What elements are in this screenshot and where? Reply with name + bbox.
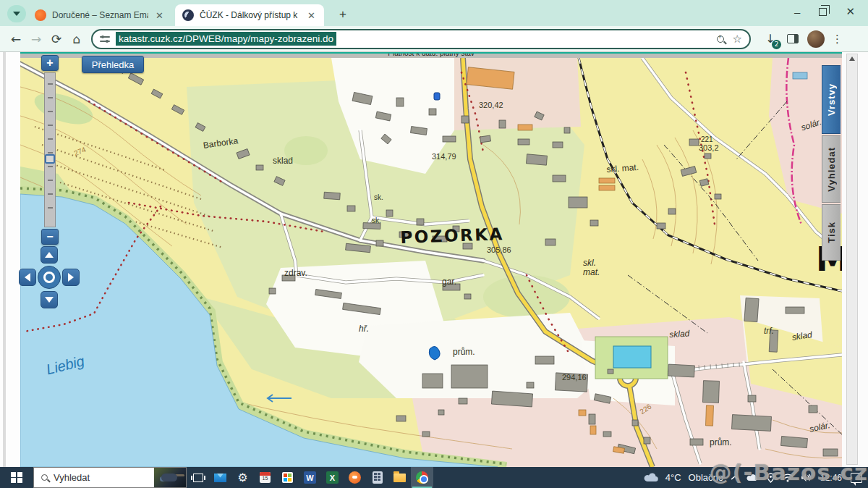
forward-button[interactable]: →: [26, 29, 46, 49]
arrow-up-icon: [45, 252, 54, 258]
chrome-button[interactable]: [411, 467, 433, 488]
task-view-button[interactable]: [187, 467, 209, 488]
chevron-down-icon: [13, 12, 20, 16]
map-label: hř.: [359, 324, 369, 333]
map-canvas: [20, 58, 842, 467]
arrow-right-icon: [68, 273, 74, 282]
folder-icon: [393, 474, 406, 482]
scroll-up-icon[interactable]: [849, 56, 855, 61]
page-right-margin: [842, 52, 868, 467]
browser-toolbar: ← → ⟳ ⌂ katastr.cuzk.cz/DPWEB/mapy/mapy-…: [0, 26, 868, 52]
windows-logo-icon: [11, 472, 22, 484]
mail-icon: [214, 474, 226, 482]
cuzk-favicon-icon: [182, 9, 194, 21]
mail-button[interactable]: [209, 467, 231, 488]
excel-button[interactable]: X: [321, 467, 344, 488]
calendar-button[interactable]: [254, 467, 276, 488]
map-label: sk.: [372, 217, 381, 224]
zoom-in-button[interactable]: +: [41, 55, 59, 71]
weather-temp[interactable]: 4°C: [665, 472, 681, 483]
gear-icon: ⚙: [237, 471, 247, 484]
task-view-icon: [193, 474, 203, 482]
downloads-button[interactable]: ↓2: [761, 30, 780, 49]
restore-button[interactable]: [819, 8, 827, 16]
file-explorer-button[interactable]: [388, 467, 411, 488]
map-label: sklad: [669, 329, 690, 339]
zoom-handle[interactable]: [45, 154, 55, 164]
tab-vyhledat[interactable]: Vyhledat: [822, 135, 841, 203]
calendar-icon: [260, 472, 271, 483]
taskbar-icons: ⚙ W X: [187, 467, 433, 488]
minimize-button[interactable]: –: [794, 6, 800, 18]
map-label: 320,42: [479, 101, 503, 109]
profile-avatar[interactable]: [807, 30, 825, 48]
tab-close-icon[interactable]: ✕: [306, 10, 317, 21]
tab-cuzk[interactable]: ČÚZK - Dálkový přístup k údajů ✕: [175, 4, 324, 26]
pan-center-button[interactable]: [38, 266, 61, 289]
zoom-track[interactable]: [44, 72, 56, 227]
url-text[interactable]: katastr.cuzk.cz/DPWEB/mapy/mapy-zobrazen…: [116, 32, 336, 46]
screen: Doručené – Seznam Email ✕ ČÚZK - Dálkový…: [0, 0, 868, 488]
arrow-down-icon: [45, 297, 54, 303]
map-label: POZORKA: [400, 226, 504, 246]
vertical-scrollbar[interactable]: [846, 54, 858, 465]
reload-button[interactable]: ⟳: [46, 29, 67, 49]
office-button[interactable]: [276, 467, 299, 488]
pan-left-button[interactable]: [19, 269, 36, 286]
tab-search-button[interactable]: [7, 5, 26, 22]
watermark: @(-Bazos.cz: [709, 459, 868, 485]
word-icon: W: [304, 471, 316, 484]
pan-right-button[interactable]: [62, 269, 80, 286]
map-label: mat.: [583, 268, 600, 277]
map-label: skl.: [583, 258, 596, 267]
tab-title: ČÚZK - Dálkový přístup k údajů: [200, 10, 300, 20]
tab-close-icon[interactable]: ✕: [154, 10, 165, 21]
pan-compass[interactable]: [19, 246, 80, 308]
address-bar[interactable]: katastr.cuzk.cz/DPWEB/mapy/mapy-zobrazen…: [91, 29, 751, 49]
map-label: prům.: [710, 438, 732, 447]
zoom-out-button[interactable]: −: [41, 229, 59, 245]
zoom-page-icon[interactable]: [717, 35, 724, 43]
seznam-button[interactable]: [344, 467, 366, 488]
new-tab-button[interactable]: +: [334, 6, 352, 23]
pan-down-button[interactable]: [41, 291, 58, 308]
tab-seznam-email[interactable]: Doručené – Seznam Email ✕: [27, 4, 172, 26]
map-label: sklad: [791, 330, 812, 342]
window-controls: – ✕: [794, 0, 864, 23]
map-label: sklad: [273, 156, 293, 165]
settings-button[interactable]: ⚙: [231, 467, 254, 488]
side-panel-icon[interactable]: [787, 34, 799, 43]
cadastral-map[interactable]: POZORKALiebigBarborkaskladsk.sk.314,7932…: [20, 58, 842, 467]
excel-icon: X: [326, 471, 339, 484]
map-label: skl. mat.: [606, 163, 639, 174]
map-label: prům.: [453, 348, 475, 356]
bookmark-star-icon[interactable]: ☆: [733, 33, 742, 46]
page-content: Platnost k datu: platný stav: [0, 52, 868, 467]
prehledka-button[interactable]: Přehledka: [82, 56, 144, 73]
taskbar-search[interactable]: Vyhledat: [33, 467, 187, 488]
search-icon: [41, 474, 48, 481]
map-label: zdrav.: [284, 269, 307, 277]
map-label: 305,86: [487, 246, 511, 254]
map-label: 314,79: [432, 153, 456, 161]
close-button[interactable]: ✕: [846, 5, 855, 18]
home-button[interactable]: ⌂: [67, 29, 87, 49]
pan-up-button[interactable]: [41, 246, 58, 264]
map-label: 303,2: [699, 144, 719, 152]
site-settings-icon[interactable]: [100, 35, 110, 43]
tab-vrstvy[interactable]: Vrstvy: [822, 65, 841, 134]
map-side-tabs: Vrstvy Vyhledat Tisk: [822, 65, 841, 262]
start-button[interactable]: [0, 467, 33, 488]
office-grid-icon: [282, 472, 293, 483]
calculator-button[interactable]: [366, 467, 388, 488]
back-button[interactable]: ←: [6, 29, 26, 49]
seznam-favicon-icon: [35, 9, 46, 21]
tab-tisk[interactable]: Tisk: [822, 204, 841, 261]
word-button[interactable]: W: [299, 467, 321, 488]
map-label: sk.: [374, 194, 383, 201]
browser-menu-icon[interactable]: ⋮: [832, 33, 843, 46]
map-label: trf.: [764, 327, 774, 335]
seznam-icon: [349, 471, 361, 484]
game-thumbnail-icon[interactable]: [154, 468, 186, 487]
arrow-left-icon: [25, 273, 30, 282]
